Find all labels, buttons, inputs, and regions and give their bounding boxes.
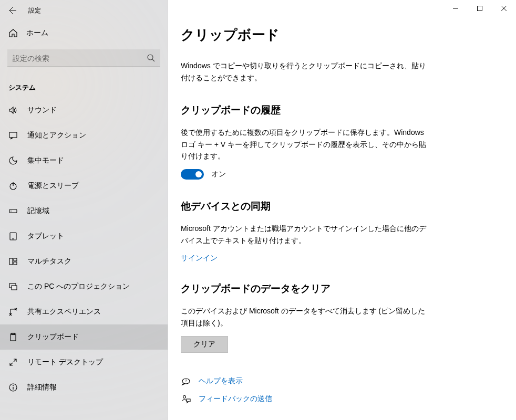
history-title: クリップボードの履歴: [181, 103, 495, 117]
sidebar-item-shared[interactable]: 共有エクスペリエンス: [0, 299, 168, 324]
maximize-button[interactable]: [468, 0, 492, 17]
close-button[interactable]: [492, 0, 516, 17]
sound-icon: [8, 106, 18, 115]
sidebar-item-about[interactable]: 詳細情報: [0, 375, 168, 400]
svg-rect-9: [9, 258, 13, 265]
sidebar-item-label: 集中モード: [27, 156, 64, 165]
sidebar-item-label: 通知とアクション: [27, 131, 86, 140]
svg-rect-20: [478, 6, 482, 11]
content: クリップボード Windows でコピーや切り取りを行うとクリップボードにコピー…: [168, 18, 516, 420]
sidebar-item-tablet[interactable]: タブレット: [0, 224, 168, 249]
page-title: クリップボード: [181, 26, 495, 44]
svg-point-25: [183, 396, 186, 398]
clipboard-icon: [8, 332, 18, 342]
svg-point-18: [13, 385, 14, 386]
clear-button[interactable]: クリア: [181, 336, 228, 353]
feedback-row[interactable]: フィードバックの送信: [181, 394, 495, 404]
sidebar-item-remote[interactable]: リモート デスクトップ: [0, 350, 168, 375]
help-icon: ?: [181, 376, 191, 386]
sidebar-item-notifications[interactable]: 通知とアクション: [0, 123, 168, 148]
sidebar-item-storage[interactable]: 記憶域: [0, 198, 168, 224]
svg-point-6: [11, 211, 12, 212]
sidebar-item-label: クリップボード: [27, 332, 79, 342]
sidebar-item-clipboard[interactable]: クリップボード: [0, 324, 168, 350]
history-toggle[interactable]: [181, 169, 204, 180]
minimize-button[interactable]: [443, 0, 468, 17]
shared-icon: [8, 307, 18, 317]
focus-icon: [8, 156, 18, 165]
settings-window: 設定 ホーム システム サウンド 通知とアクション: [0, 0, 516, 420]
svg-rect-5: [9, 209, 17, 213]
multitask-icon: [8, 257, 18, 266]
sidebar-item-label: 記憶域: [27, 206, 49, 216]
projection-icon: [8, 282, 18, 291]
info-icon: [8, 383, 18, 392]
sidebar-item-label: この PC へのプロジェクション: [27, 282, 130, 291]
notification-icon: [8, 131, 18, 140]
help-link: ヘルプを表示: [199, 376, 243, 386]
history-desc: 後で使用するために複数の項目をクリップボードに保存します。Windows ロゴ …: [181, 127, 428, 162]
remote-icon: [8, 358, 18, 367]
sync-desc: Microsoft アカウントまたは職場アカウントでサインインした場合に他のデバ…: [181, 223, 428, 246]
svg-line-1: [152, 59, 154, 61]
sidebar-item-projection[interactable]: この PC へのプロジェクション: [0, 274, 168, 299]
svg-rect-2: [9, 132, 17, 138]
sidebar-item-label: リモート デスクトップ: [27, 358, 103, 367]
power-icon: [8, 181, 18, 191]
titlebar-right: [168, 0, 516, 18]
back-button[interactable]: [0, 0, 25, 21]
search-wrap: [0, 45, 168, 67]
sidebar-item-multitask[interactable]: マルチタスク: [0, 249, 168, 274]
sync-title: 他デバイスとの同期: [181, 200, 495, 213]
home-icon: [8, 28, 18, 38]
sidebar-item-label: 電源とスリープ: [27, 181, 79, 191]
page-intro: Windows でコピーや切り取りを行うとクリップボードにコピーされ、貼り付ける…: [181, 60, 428, 83]
home-label: ホーム: [26, 28, 48, 38]
sidebar-item-label: 共有エクスペリエンス: [27, 307, 101, 317]
storage-icon: [8, 206, 18, 216]
help-row[interactable]: ? ヘルプを表示: [181, 376, 495, 386]
support-section: ? ヘルプを表示 フィードバックの送信: [181, 376, 495, 404]
clear-title: クリップボードのデータをクリア: [181, 282, 495, 296]
sidebar-item-label: 詳細情報: [27, 383, 57, 392]
maximize-icon: [477, 6, 482, 11]
minimize-icon: [453, 6, 458, 11]
feedback-icon: [181, 394, 191, 404]
svg-text:?: ?: [185, 379, 187, 383]
sidebar-item-label: マルチタスク: [27, 257, 71, 266]
search-icon: [147, 54, 155, 62]
svg-rect-26: [187, 399, 190, 402]
svg-rect-13: [12, 286, 17, 290]
sidebar-item-power[interactable]: 電源とスリープ: [0, 173, 168, 198]
toggle-knob: [195, 171, 202, 177]
svg-point-0: [148, 55, 153, 60]
signin-link[interactable]: サインイン: [181, 254, 218, 262]
sidebar-item-focus[interactable]: 集中モード: [0, 148, 168, 173]
home-nav[interactable]: ホーム: [0, 21, 168, 45]
back-arrow-icon: [8, 6, 17, 15]
sidebar: 設定 ホーム システム サウンド 通知とアクション: [0, 0, 168, 420]
history-toggle-row: オン: [181, 169, 495, 180]
close-icon: [501, 6, 507, 11]
svg-rect-10: [14, 258, 17, 261]
search-input[interactable]: [7, 49, 160, 67]
sidebar-group-label: システム: [0, 67, 168, 98]
app-title: 設定: [25, 6, 41, 15]
sidebar-nav: サウンド 通知とアクション 集中モード 電源とスリープ 記憶域 タブレット: [0, 98, 168, 400]
tablet-icon: [8, 232, 18, 241]
main-area: クリップボード Windows でコピーや切り取りを行うとクリップボードにコピー…: [168, 0, 516, 420]
sidebar-item-label: タブレット: [27, 232, 64, 241]
history-toggle-label: オン: [211, 170, 226, 179]
titlebar-left: 設定: [0, 0, 168, 21]
clear-desc: このデバイスおよび Microsoft のデータをすべて消去します (ピン留めし…: [181, 305, 428, 329]
sidebar-item-sound[interactable]: サウンド: [0, 98, 168, 123]
svg-rect-11: [14, 262, 17, 265]
sidebar-item-label: サウンド: [27, 106, 57, 115]
feedback-link: フィードバックの送信: [199, 394, 272, 404]
